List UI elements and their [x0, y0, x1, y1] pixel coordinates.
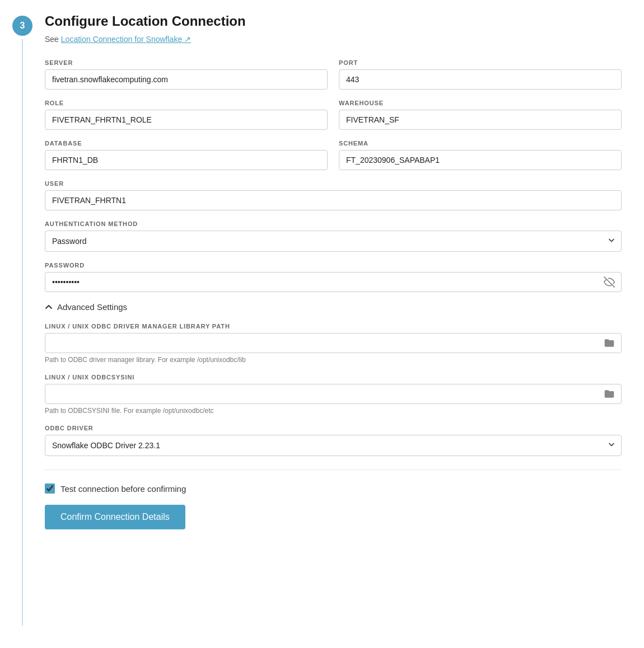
linux-odbcsysini-input[interactable] [45, 384, 622, 404]
role-warehouse-row: ROLE WAREHOUSE [45, 100, 622, 130]
page-title: Configure Location Connection [45, 13, 622, 29]
port-input[interactable] [339, 69, 622, 90]
step-line [22, 39, 23, 626]
odbc-driver-group: ODBC DRIVER Snowflake ODBC Driver 2.23.1… [45, 425, 622, 456]
password-input[interactable] [45, 272, 622, 292]
password-row: PASSWORD [45, 262, 622, 292]
auth-method-select[interactable]: Password Key Pair OAuth [45, 231, 622, 252]
server-group: SERVER [45, 59, 328, 90]
confirm-connection-button[interactable]: Confirm Connection Details [45, 505, 185, 529]
linux-odbc-driver-wrapper [45, 333, 622, 353]
warehouse-group: WAREHOUSE [339, 100, 622, 130]
linux-odbcsysini-wrapper [45, 384, 622, 404]
linux-odbc-driver-input[interactable] [45, 333, 622, 353]
schema-input[interactable] [339, 150, 622, 170]
user-input[interactable] [45, 190, 622, 210]
linux-odbc-driver-browse-button[interactable] [601, 335, 617, 351]
auth-method-row: AUTHENTICATION METHOD Password Key Pair … [45, 220, 622, 252]
linux-odbc-driver-row: LINUX / UNIX ODBC DRIVER MANAGER LIBRARY… [45, 323, 622, 364]
subtitle-text: See [45, 35, 61, 44]
password-field-wrapper [45, 272, 622, 292]
user-row: USER [45, 180, 622, 210]
step-number: 3 [12, 16, 32, 36]
password-group: PASSWORD [45, 262, 622, 292]
linux-odbcsysini-label: LINUX / UNIX ODBCSYSINI [45, 374, 622, 381]
port-label: PORT [339, 59, 622, 66]
divider [45, 469, 622, 470]
warehouse-input[interactable] [339, 110, 622, 130]
odbc-driver-select[interactable]: Snowflake ODBC Driver 2.23.1 Snowflake O… [45, 435, 622, 456]
password-label: PASSWORD [45, 262, 622, 269]
main-content: Configure Location Connection See Locati… [45, 13, 644, 626]
odbc-driver-wrapper: Snowflake ODBC Driver 2.23.1 Snowflake O… [45, 435, 622, 456]
eye-slash-icon [604, 276, 615, 288]
server-label: SERVER [45, 59, 328, 66]
odbc-driver-label: ODBC DRIVER [45, 425, 622, 431]
advanced-settings-label: Advanced Settings [57, 302, 127, 312]
linux-odbcsysini-row: LINUX / UNIX ODBCSYSINI Path to ODBCSYSI… [45, 374, 622, 415]
database-group: DATABASE [45, 140, 328, 170]
schema-group: SCHEMA [339, 140, 622, 170]
linux-odbcsysini-hint: Path to ODBCSYSINI file. For example /op… [45, 407, 622, 415]
test-connection-label[interactable]: Test connection before confirming [60, 484, 186, 494]
server-input[interactable] [45, 69, 328, 90]
chevron-up-icon [45, 303, 53, 311]
role-input[interactable] [45, 110, 328, 130]
server-port-row: SERVER PORT [45, 59, 622, 90]
port-group: PORT [339, 59, 622, 90]
subtitle: See Location Connection for Snowflake ↗ [45, 35, 622, 44]
linux-odbc-driver-label: LINUX / UNIX ODBC DRIVER MANAGER LIBRARY… [45, 323, 622, 330]
folder-icon [604, 337, 615, 349]
schema-label: SCHEMA [339, 140, 622, 147]
auth-method-wrapper: Password Key Pair OAuth [45, 231, 622, 252]
auth-method-label: AUTHENTICATION METHOD [45, 220, 622, 227]
toggle-password-button[interactable] [601, 274, 617, 290]
role-label: ROLE [45, 100, 328, 106]
test-connection-row: Test connection before confirming [45, 483, 622, 494]
linux-odbc-driver-hint: Path to ODBC driver manager library. For… [45, 356, 622, 364]
role-group: ROLE [45, 100, 328, 130]
auth-method-group: AUTHENTICATION METHOD Password Key Pair … [45, 220, 622, 252]
odbc-driver-row: ODBC DRIVER Snowflake ODBC Driver 2.23.1… [45, 425, 622, 456]
user-label: USER [45, 180, 622, 187]
warehouse-label: WAREHOUSE [339, 100, 622, 106]
database-input[interactable] [45, 150, 328, 170]
user-group: USER [45, 180, 622, 210]
advanced-settings-toggle[interactable]: Advanced Settings [45, 302, 127, 312]
database-label: DATABASE [45, 140, 328, 147]
test-connection-checkbox[interactable] [45, 483, 55, 494]
folder-open-icon [604, 388, 615, 400]
step-indicator: 3 [0, 13, 45, 626]
linux-odbc-driver-group: LINUX / UNIX ODBC DRIVER MANAGER LIBRARY… [45, 323, 622, 364]
linux-odbcsysini-group: LINUX / UNIX ODBCSYSINI Path to ODBCSYSI… [45, 374, 622, 415]
advanced-settings-section: LINUX / UNIX ODBC DRIVER MANAGER LIBRARY… [45, 323, 622, 456]
snowflake-link[interactable]: Location Connection for Snowflake ↗ [61, 35, 191, 44]
database-schema-row: DATABASE SCHEMA [45, 140, 622, 170]
linux-odbcsysini-browse-button[interactable] [601, 386, 617, 402]
